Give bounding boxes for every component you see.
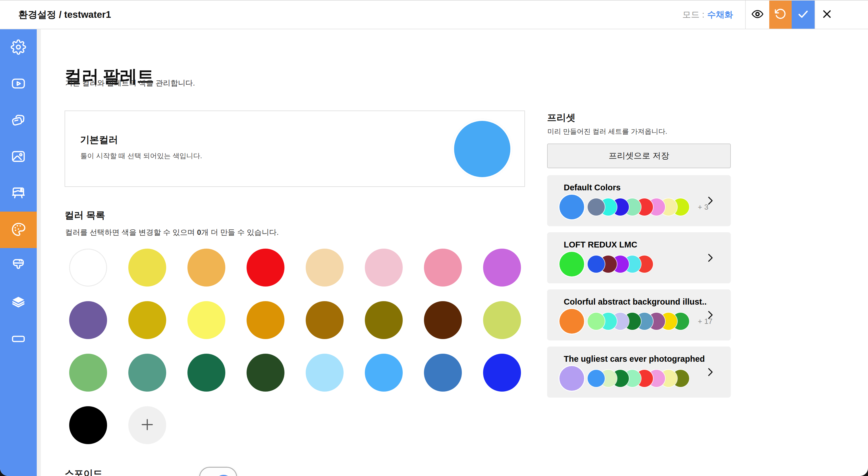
page-subtitle: 기본 컬러와 팔레트의 색을 관리합니다. xyxy=(65,78,195,88)
preset-color-row xyxy=(559,252,653,276)
preset-color-dot xyxy=(588,313,605,330)
color-swatch[interactable] xyxy=(424,354,462,392)
easel-icon xyxy=(11,185,26,202)
preset-small-colors xyxy=(588,370,689,387)
color-swatch[interactable] xyxy=(247,301,284,339)
mode-label: 모드 : xyxy=(682,9,704,21)
color-swatch[interactable] xyxy=(424,249,462,287)
sidebar-scroll-track xyxy=(37,29,41,476)
tool-sidebar xyxy=(0,29,37,476)
color-swatch[interactable] xyxy=(424,301,462,339)
default-color-title: 기본컬러 xyxy=(80,133,118,146)
preset-small-colors xyxy=(588,313,689,330)
stickers-icon xyxy=(11,112,26,129)
close-icon xyxy=(820,7,834,22)
preset-card[interactable]: The ugliest cars ever photographed xyxy=(547,347,731,398)
color-swatch[interactable] xyxy=(128,249,166,287)
color-list-title: 컬러 목록 xyxy=(65,209,105,222)
preset-small-colors xyxy=(588,256,653,273)
preset-small-colors xyxy=(588,198,689,216)
preset-color-row xyxy=(559,366,689,391)
add-color-button[interactable] xyxy=(128,406,166,444)
sidebar-item-palette[interactable] xyxy=(0,212,37,248)
color-swatch[interactable] xyxy=(69,301,107,339)
color-swatch[interactable] xyxy=(128,301,166,339)
color-swatch-grid xyxy=(69,249,521,444)
color-swatch[interactable] xyxy=(306,249,344,287)
sidebar-item-image[interactable] xyxy=(0,139,37,175)
chevron-right-icon[interactable] xyxy=(704,252,716,264)
preset-name: Default Colors xyxy=(564,183,621,192)
palette-icon xyxy=(11,221,26,238)
sidebar-item-settings[interactable] xyxy=(0,29,37,66)
eyedropper-title: 스포이드 xyxy=(65,467,102,476)
mode-indicator: 모드 : 수채화 xyxy=(682,9,733,21)
sidebar-item-video[interactable] xyxy=(0,66,37,102)
color-swatch[interactable] xyxy=(187,249,225,287)
video-icon xyxy=(11,76,26,92)
color-swatch[interactable] xyxy=(306,301,344,339)
breadcrumb: 환경설정 / testwater1 xyxy=(19,8,111,21)
color-swatch[interactable] xyxy=(483,249,521,287)
color-swatch[interactable] xyxy=(365,354,403,392)
chevron-right-icon[interactable] xyxy=(704,366,716,378)
color-list-description: 컬러를 선택하면 색을 변경할 수 있으며 0개 더 만들 수 있습니다. xyxy=(65,227,279,237)
preset-name: Colorful abstract background illust... xyxy=(564,297,707,307)
preset-main-color xyxy=(559,309,584,334)
chevron-right-icon[interactable] xyxy=(704,309,716,321)
sidebar-item-brush[interactable] xyxy=(0,248,37,285)
default-color-card: 기본컬러 툴이 시작할 때 선택 되어있는 색입니다. xyxy=(65,111,525,187)
color-swatch[interactable] xyxy=(365,301,403,339)
header: 환경설정 / testwater1 모드 : 수채화 xyxy=(0,0,868,29)
color-swatch[interactable] xyxy=(365,249,403,287)
sidebar-item-easel[interactable] xyxy=(0,175,37,212)
close-button[interactable] xyxy=(815,1,839,29)
preset-color-dot xyxy=(588,198,605,216)
confirm-button[interactable] xyxy=(792,1,815,29)
mode-value[interactable]: 수채화 xyxy=(707,9,733,21)
preset-list: Default Colors+ 3LOFT REDUX LMCColorful … xyxy=(547,175,731,398)
color-swatch[interactable] xyxy=(69,406,107,444)
preset-name: The ugliest cars ever photographed xyxy=(564,354,705,364)
color-swatch[interactable] xyxy=(69,249,107,287)
color-swatch[interactable] xyxy=(69,354,107,392)
presets-subtitle: 미리 만들어진 컬러 세트를 가져옵니다. xyxy=(547,127,667,136)
color-swatch[interactable] xyxy=(483,301,521,339)
color-swatch[interactable] xyxy=(187,354,225,392)
reset-button[interactable] xyxy=(769,1,792,29)
plus-icon xyxy=(138,416,156,435)
preview-button[interactable] xyxy=(746,1,769,29)
preset-color-dot xyxy=(588,256,605,273)
color-swatch[interactable] xyxy=(247,354,284,392)
preset-name: LOFT REDUX LMC xyxy=(564,240,637,249)
preset-card[interactable]: Default Colors+ 3 xyxy=(547,175,731,226)
save-preset-button[interactable]: 프리셋으로 저장 xyxy=(547,144,731,168)
settings-dialog: 환경설정 / testwater1 모드 : 수채화 xyxy=(0,0,868,476)
sidebar-item-stickers[interactable] xyxy=(0,102,37,139)
gear-icon xyxy=(11,39,26,56)
preset-main-color xyxy=(559,366,584,391)
color-swatch[interactable] xyxy=(247,249,284,287)
default-color-swatch[interactable] xyxy=(454,121,510,177)
preset-card[interactable]: Colorful abstract background illust...+ … xyxy=(547,289,731,340)
check-icon xyxy=(797,7,810,22)
color-swatch[interactable] xyxy=(128,354,166,392)
sidebar-item-frame[interactable] xyxy=(0,321,37,357)
color-swatch[interactable] xyxy=(306,354,344,392)
undo-icon xyxy=(774,7,787,22)
preset-main-color xyxy=(559,195,584,219)
layers-icon xyxy=(11,295,26,311)
frame-icon xyxy=(11,331,26,348)
eye-icon xyxy=(751,7,764,22)
sidebar-item-layers[interactable] xyxy=(0,285,37,321)
chevron-right-icon[interactable] xyxy=(704,195,716,206)
presets-title: 프리셋 xyxy=(547,111,576,124)
preset-card[interactable]: LOFT REDUX LMC xyxy=(547,232,731,284)
preset-color-row: + 17 xyxy=(559,309,712,334)
image-icon xyxy=(11,149,26,166)
color-swatch[interactable] xyxy=(187,301,225,339)
eyedropper-widget[interactable] xyxy=(199,467,237,476)
color-swatch[interactable] xyxy=(483,354,521,392)
preset-main-color xyxy=(559,252,584,276)
preset-color-dot xyxy=(588,370,605,387)
